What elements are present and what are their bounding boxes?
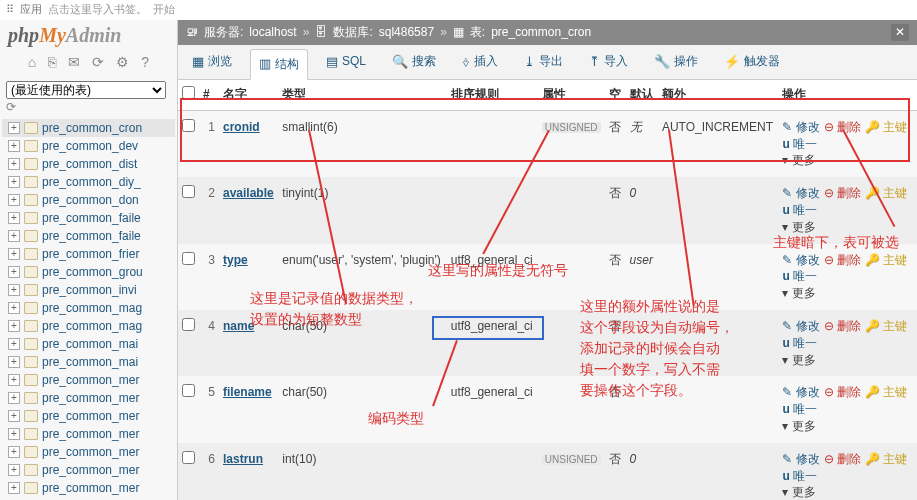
expand-icon[interactable]: + (8, 320, 20, 332)
tree-table-item[interactable]: +pre_common_grou (2, 263, 175, 281)
expand-icon[interactable]: + (8, 158, 20, 170)
tree-table-item[interactable]: +pre_common_invi (2, 281, 175, 299)
unique-button[interactable]: u 唯一 (782, 469, 817, 483)
field-name[interactable]: type (223, 253, 248, 267)
unique-button[interactable]: u 唯一 (782, 203, 817, 217)
expand-icon[interactable]: + (8, 482, 20, 494)
tree-table-item[interactable]: +pre_common_mag (2, 317, 175, 335)
expand-icon[interactable]: + (8, 212, 20, 224)
tree-table-item[interactable]: +pre_common_dev (2, 137, 175, 155)
tree-table-item[interactable]: +pre_common_mer (2, 425, 175, 443)
sidebar-nav-icon[interactable]: ⌂ (28, 53, 36, 73)
edit-button[interactable]: ✎ 修改 (782, 452, 819, 466)
unique-button[interactable]: u 唯一 (782, 336, 817, 350)
tree-table-item[interactable]: +pre_common_mai (2, 353, 175, 371)
expand-icon[interactable]: + (8, 230, 20, 242)
edit-button[interactable]: ✎ 修改 (782, 120, 819, 134)
field-name[interactable]: name (223, 319, 254, 333)
more-button[interactable]: ▾ 更多 (782, 419, 815, 433)
tab-插入[interactable]: ⎀插入 (454, 49, 506, 75)
tree-table-item[interactable]: +pre_common_mer (2, 407, 175, 425)
row-checkbox[interactable] (182, 119, 195, 132)
start-link[interactable]: 开始 (153, 2, 175, 17)
edit-button[interactable]: ✎ 修改 (782, 385, 819, 399)
delete-button[interactable]: ⊖ 删除 (824, 186, 861, 200)
expand-icon[interactable]: + (8, 374, 20, 386)
tree-table-item[interactable]: +pre_common_faile (2, 227, 175, 245)
tab-导出[interactable]: ⤓导出 (516, 49, 571, 75)
row-checkbox[interactable] (182, 185, 195, 198)
recent-tables-select[interactable]: (最近使用的表) (6, 81, 166, 99)
edit-button[interactable]: ✎ 修改 (782, 253, 819, 267)
primarykey-button[interactable]: 🔑 主键 (865, 253, 907, 267)
tree-table-item[interactable]: +pre_common_mer (2, 389, 175, 407)
apps-label[interactable]: 应用 (20, 2, 42, 17)
checkall[interactable] (178, 80, 199, 110)
expand-icon[interactable]: + (8, 356, 20, 368)
tree-table-item[interactable]: +pre_common_faile (2, 209, 175, 227)
primarykey-button[interactable]: 🔑 主键 (865, 319, 907, 333)
expand-icon[interactable]: + (8, 338, 20, 350)
more-button[interactable]: ▾ 更多 (782, 286, 815, 300)
tree-table-item[interactable]: +pre_common_mer (2, 443, 175, 461)
tree-table-item[interactable]: +pre_common_diy_ (2, 173, 175, 191)
delete-button[interactable]: ⊖ 删除 (824, 319, 861, 333)
more-button[interactable]: ▾ 更多 (782, 353, 815, 367)
expand-icon[interactable]: + (8, 176, 20, 188)
expand-icon[interactable]: + (8, 410, 20, 422)
more-button[interactable]: ▾ 更多 (782, 485, 815, 499)
row-checkbox[interactable] (182, 451, 195, 464)
more-button[interactable]: ▾ 更多 (782, 220, 815, 234)
sidebar-nav-icon[interactable]: ⟳ (92, 53, 104, 73)
bookmarks-hint[interactable]: 点击这里导入书签。 (48, 2, 147, 17)
unique-button[interactable]: u 唯一 (782, 402, 817, 416)
tab-触发器[interactable]: ⚡触发器 (716, 49, 788, 75)
sidebar-nav-icon[interactable]: ⚙ (116, 53, 129, 73)
tree-table-item[interactable]: +pre_common_mai (2, 335, 175, 353)
expand-icon[interactable]: + (8, 284, 20, 296)
field-name[interactable]: available (223, 186, 274, 200)
expand-icon[interactable]: + (8, 428, 20, 440)
edit-button[interactable]: ✎ 修改 (782, 186, 819, 200)
field-name[interactable]: lastrun (223, 452, 263, 466)
tab-搜索[interactable]: 🔍搜索 (384, 49, 444, 75)
tab-结构[interactable]: ▥结构 (250, 49, 308, 80)
field-name[interactable]: cronid (223, 120, 260, 134)
table-name[interactable]: pre_common_cron (491, 24, 591, 41)
tab-操作[interactable]: 🔧操作 (646, 49, 706, 75)
col-name[interactable]: 名字 (219, 80, 278, 110)
tab-SQL[interactable]: ▤SQL (318, 49, 374, 75)
expand-icon[interactable]: + (8, 122, 20, 134)
tab-导入[interactable]: ⤒导入 (581, 49, 636, 75)
delete-button[interactable]: ⊖ 删除 (824, 452, 861, 466)
tree-table-item[interactable]: +pre_common_mer (2, 371, 175, 389)
unique-button[interactable]: u 唯一 (782, 269, 817, 283)
unique-button[interactable]: u 唯一 (782, 137, 817, 151)
tab-浏览[interactable]: ▦浏览 (184, 49, 240, 75)
tree-table-item[interactable]: +pre_common_mer (2, 479, 175, 497)
row-checkbox[interactable] (182, 384, 195, 397)
sidebar-nav-icon[interactable]: ? (141, 53, 149, 73)
expand-icon[interactable]: + (8, 266, 20, 278)
db-name[interactable]: sql486587 (379, 24, 434, 41)
expand-icon[interactable]: + (8, 194, 20, 206)
delete-button[interactable]: ⊖ 删除 (824, 120, 861, 134)
close-icon[interactable]: ✕ (891, 24, 909, 41)
expand-icon[interactable]: + (8, 248, 20, 260)
tree-table-item[interactable]: +pre_common_dist (2, 155, 175, 173)
primarykey-button[interactable]: 🔑 主键 (865, 385, 907, 399)
tree-table-item[interactable]: +pre_common_mag (2, 299, 175, 317)
delete-button[interactable]: ⊖ 删除 (824, 253, 861, 267)
expand-icon[interactable]: + (8, 464, 20, 476)
expand-icon[interactable]: + (8, 392, 20, 404)
sidebar-nav-icon[interactable]: ✉ (68, 53, 80, 73)
primarykey-button[interactable]: 🔑 主键 (865, 186, 907, 200)
sidebar-nav-icon[interactable]: ⎘ (48, 53, 56, 73)
tree-table-item[interactable]: +pre_common_cron (2, 119, 175, 137)
field-name[interactable]: filename (223, 385, 272, 399)
tree-table-item[interactable]: +pre_common_mer (2, 461, 175, 479)
more-button[interactable]: ▾ 更多 (782, 153, 815, 167)
primarykey-button[interactable]: 🔑 主键 (865, 120, 907, 134)
edit-button[interactable]: ✎ 修改 (782, 319, 819, 333)
row-checkbox[interactable] (182, 252, 195, 265)
